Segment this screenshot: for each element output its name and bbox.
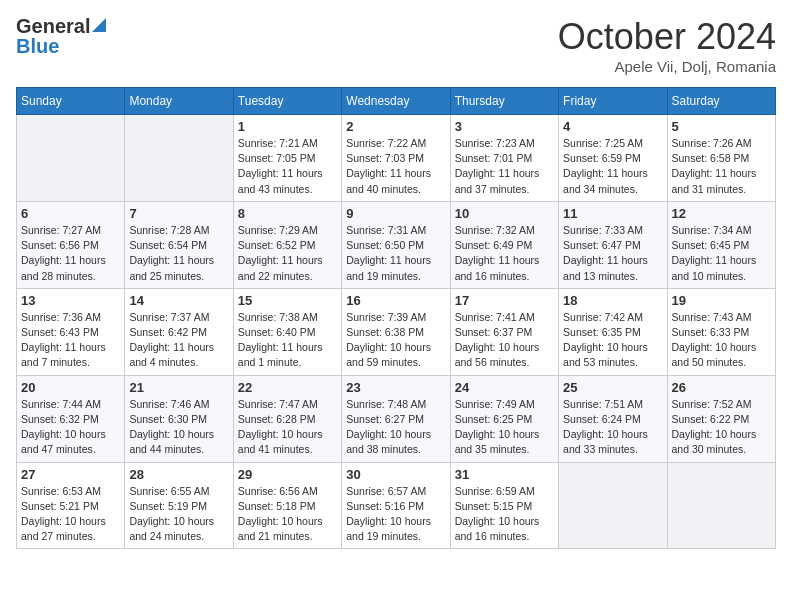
day-info: Sunrise: 6:59 AM Sunset: 5:15 PM Dayligh… [455,484,554,545]
calendar-body: 1Sunrise: 7:21 AM Sunset: 7:05 PM Daylig… [17,115,776,549]
day-info: Sunrise: 7:36 AM Sunset: 6:43 PM Dayligh… [21,310,120,371]
day-number: 24 [455,380,554,395]
day-number: 14 [129,293,228,308]
weekday-header-wednesday: Wednesday [342,88,450,115]
day-info: Sunrise: 7:37 AM Sunset: 6:42 PM Dayligh… [129,310,228,371]
calendar-cell [125,115,233,202]
day-info: Sunrise: 6:57 AM Sunset: 5:16 PM Dayligh… [346,484,445,545]
day-info: Sunrise: 6:53 AM Sunset: 5:21 PM Dayligh… [21,484,120,545]
day-number: 31 [455,467,554,482]
calendar-cell: 16Sunrise: 7:39 AM Sunset: 6:38 PM Dayli… [342,288,450,375]
day-info: Sunrise: 7:34 AM Sunset: 6:45 PM Dayligh… [672,223,771,284]
day-info: Sunrise: 7:47 AM Sunset: 6:28 PM Dayligh… [238,397,337,458]
day-info: Sunrise: 7:42 AM Sunset: 6:35 PM Dayligh… [563,310,662,371]
calendar-cell: 5Sunrise: 7:26 AM Sunset: 6:58 PM Daylig… [667,115,775,202]
calendar-cell: 17Sunrise: 7:41 AM Sunset: 6:37 PM Dayli… [450,288,558,375]
day-info: Sunrise: 7:29 AM Sunset: 6:52 PM Dayligh… [238,223,337,284]
weekday-header-saturday: Saturday [667,88,775,115]
day-number: 10 [455,206,554,221]
day-number: 3 [455,119,554,134]
month-title: October 2024 [558,16,776,58]
day-number: 11 [563,206,662,221]
day-number: 2 [346,119,445,134]
calendar-cell: 24Sunrise: 7:49 AM Sunset: 6:25 PM Dayli… [450,375,558,462]
calendar-cell: 9Sunrise: 7:31 AM Sunset: 6:50 PM Daylig… [342,201,450,288]
day-number: 12 [672,206,771,221]
weekday-header-row: SundayMondayTuesdayWednesdayThursdayFrid… [17,88,776,115]
day-number: 27 [21,467,120,482]
day-info: Sunrise: 7:25 AM Sunset: 6:59 PM Dayligh… [563,136,662,197]
calendar-cell: 19Sunrise: 7:43 AM Sunset: 6:33 PM Dayli… [667,288,775,375]
day-info: Sunrise: 7:23 AM Sunset: 7:01 PM Dayligh… [455,136,554,197]
day-number: 16 [346,293,445,308]
day-number: 13 [21,293,120,308]
logo-arrow-icon [92,18,106,32]
calendar-cell: 27Sunrise: 6:53 AM Sunset: 5:21 PM Dayli… [17,462,125,549]
calendar-cell: 23Sunrise: 7:48 AM Sunset: 6:27 PM Dayli… [342,375,450,462]
calendar-cell: 3Sunrise: 7:23 AM Sunset: 7:01 PM Daylig… [450,115,558,202]
day-info: Sunrise: 7:27 AM Sunset: 6:56 PM Dayligh… [21,223,120,284]
calendar-cell [17,115,125,202]
weekday-header-sunday: Sunday [17,88,125,115]
calendar-cell [559,462,667,549]
calendar-cell: 20Sunrise: 7:44 AM Sunset: 6:32 PM Dayli… [17,375,125,462]
page-header: General Blue October 2024 Apele Vii, Dol… [16,16,776,75]
calendar-week-row: 1Sunrise: 7:21 AM Sunset: 7:05 PM Daylig… [17,115,776,202]
day-number: 26 [672,380,771,395]
day-number: 18 [563,293,662,308]
location-text: Apele Vii, Dolj, Romania [558,58,776,75]
logo: General Blue [16,16,106,56]
calendar-cell: 11Sunrise: 7:33 AM Sunset: 6:47 PM Dayli… [559,201,667,288]
day-info: Sunrise: 7:44 AM Sunset: 6:32 PM Dayligh… [21,397,120,458]
day-info: Sunrise: 7:31 AM Sunset: 6:50 PM Dayligh… [346,223,445,284]
calendar-cell: 6Sunrise: 7:27 AM Sunset: 6:56 PM Daylig… [17,201,125,288]
calendar-cell: 14Sunrise: 7:37 AM Sunset: 6:42 PM Dayli… [125,288,233,375]
day-number: 29 [238,467,337,482]
weekday-header-thursday: Thursday [450,88,558,115]
day-info: Sunrise: 6:55 AM Sunset: 5:19 PM Dayligh… [129,484,228,545]
calendar-cell: 12Sunrise: 7:34 AM Sunset: 6:45 PM Dayli… [667,201,775,288]
calendar-cell: 7Sunrise: 7:28 AM Sunset: 6:54 PM Daylig… [125,201,233,288]
day-number: 6 [21,206,120,221]
calendar-header: SundayMondayTuesdayWednesdayThursdayFrid… [17,88,776,115]
calendar-cell: 18Sunrise: 7:42 AM Sunset: 6:35 PM Dayli… [559,288,667,375]
calendar-cell: 28Sunrise: 6:55 AM Sunset: 5:19 PM Dayli… [125,462,233,549]
calendar-cell: 31Sunrise: 6:59 AM Sunset: 5:15 PM Dayli… [450,462,558,549]
day-number: 28 [129,467,228,482]
calendar-cell: 21Sunrise: 7:46 AM Sunset: 6:30 PM Dayli… [125,375,233,462]
weekday-header-friday: Friday [559,88,667,115]
day-number: 9 [346,206,445,221]
day-info: Sunrise: 7:51 AM Sunset: 6:24 PM Dayligh… [563,397,662,458]
calendar-cell: 10Sunrise: 7:32 AM Sunset: 6:49 PM Dayli… [450,201,558,288]
day-info: Sunrise: 7:52 AM Sunset: 6:22 PM Dayligh… [672,397,771,458]
day-info: Sunrise: 6:56 AM Sunset: 5:18 PM Dayligh… [238,484,337,545]
day-info: Sunrise: 7:22 AM Sunset: 7:03 PM Dayligh… [346,136,445,197]
day-number: 4 [563,119,662,134]
day-number: 20 [21,380,120,395]
day-info: Sunrise: 7:46 AM Sunset: 6:30 PM Dayligh… [129,397,228,458]
day-number: 23 [346,380,445,395]
calendar-cell [667,462,775,549]
title-block: October 2024 Apele Vii, Dolj, Romania [558,16,776,75]
logo-blue-text: Blue [16,36,106,56]
day-number: 15 [238,293,337,308]
calendar-cell: 1Sunrise: 7:21 AM Sunset: 7:05 PM Daylig… [233,115,341,202]
day-number: 1 [238,119,337,134]
day-info: Sunrise: 7:49 AM Sunset: 6:25 PM Dayligh… [455,397,554,458]
day-info: Sunrise: 7:38 AM Sunset: 6:40 PM Dayligh… [238,310,337,371]
day-number: 25 [563,380,662,395]
day-number: 21 [129,380,228,395]
calendar-week-row: 20Sunrise: 7:44 AM Sunset: 6:32 PM Dayli… [17,375,776,462]
svg-marker-0 [92,18,106,32]
day-info: Sunrise: 7:41 AM Sunset: 6:37 PM Dayligh… [455,310,554,371]
calendar-week-row: 13Sunrise: 7:36 AM Sunset: 6:43 PM Dayli… [17,288,776,375]
day-number: 17 [455,293,554,308]
day-info: Sunrise: 7:26 AM Sunset: 6:58 PM Dayligh… [672,136,771,197]
day-info: Sunrise: 7:21 AM Sunset: 7:05 PM Dayligh… [238,136,337,197]
day-number: 7 [129,206,228,221]
day-info: Sunrise: 7:48 AM Sunset: 6:27 PM Dayligh… [346,397,445,458]
calendar-week-row: 27Sunrise: 6:53 AM Sunset: 5:21 PM Dayli… [17,462,776,549]
calendar-cell: 22Sunrise: 7:47 AM Sunset: 6:28 PM Dayli… [233,375,341,462]
calendar-cell: 4Sunrise: 7:25 AM Sunset: 6:59 PM Daylig… [559,115,667,202]
calendar-cell: 2Sunrise: 7:22 AM Sunset: 7:03 PM Daylig… [342,115,450,202]
